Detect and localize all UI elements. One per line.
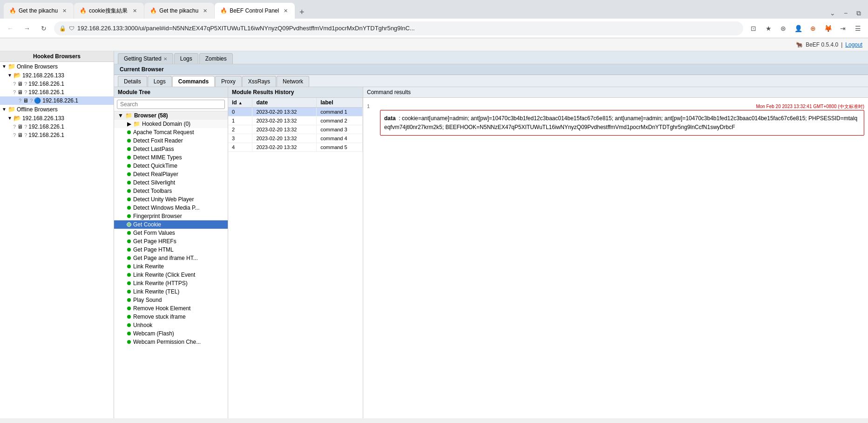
result-row-1: 1 Mon Feb 20 2023 13:32:41 GMT+0800 (中文标… [367, 102, 864, 137]
online-browser-2[interactable]: ? 🖥 ? 192.168.226.1 [0, 88, 114, 96]
star-button[interactable]: ★ [762, 22, 775, 35]
bookmark-this-button[interactable]: ⊡ [747, 22, 760, 35]
sub-tab-logs[interactable]: Logs [148, 76, 172, 87]
result-row-2[interactable]: 22023-02-20 13:32command 3 [228, 125, 363, 134]
result-row-0[interactable]: 02023-02-20 13:32command 1 [228, 108, 363, 116]
tab-4[interactable]: 🔥 BeEF Control Panel ✕ [215, 3, 295, 19]
new-tab-button[interactable]: + [295, 6, 308, 19]
module-label-getcookie: Get Cookie [133, 221, 161, 228]
result-row-1[interactable]: 12023-02-20 13:32command 2 [228, 116, 363, 125]
browser-folder-label: Browser (58) [134, 112, 168, 119]
url-bar[interactable] [77, 25, 738, 32]
tab-zombies[interactable]: Zombies [199, 53, 233, 64]
module-link-rewrite-tel[interactable]: Link Rewrite (TEL) [114, 287, 228, 296]
module-webcam-flash[interactable]: Webcam (Flash) [114, 329, 228, 338]
current-browser-label: Current Browser [120, 66, 164, 73]
offline-browser-2[interactable]: ? 🖥 ? 192.168.226.1 [0, 131, 114, 139]
module-detect-unity[interactable]: Detect Unity Web Player [114, 195, 228, 204]
tab-getting-started[interactable]: Getting Started ✕ [118, 53, 173, 64]
tab-4-close[interactable]: ✕ [282, 7, 289, 14]
logout-link[interactable]: Logout [845, 41, 862, 48]
online-browser-1[interactable]: ? 🖥 ? 192.168.226.1 [0, 80, 114, 88]
module-get-page-hrefs[interactable]: Get Page HREFs [114, 237, 228, 246]
offline-browsers-group[interactable]: ▼ 📁 Offline Browsers [0, 105, 114, 114]
tab-2[interactable]: 🔥 cookie搜集結果 ✕ [74, 3, 144, 19]
module-get-page-html[interactable]: Get Page HTML [114, 246, 228, 254]
cell-label-1: command 2 [317, 116, 363, 125]
module-link-rewrite-https[interactable]: Link Rewrite (HTTPS) [114, 279, 228, 287]
extension-2-icon[interactable]: 🦊 [821, 22, 834, 35]
module-apache-tomcat[interactable]: Apache Tomcat Request [114, 128, 228, 136]
module-label-linkrewrite: Link Rewrite [133, 263, 164, 270]
profile-button[interactable]: 👤 [792, 22, 805, 35]
status-dot-pagehrefs [127, 239, 131, 243]
status-dot-pageiframe [127, 256, 131, 260]
module-remove-hook[interactable]: Remove Hook Element [114, 304, 228, 313]
module-get-form-values[interactable]: Get Form Values [114, 229, 228, 237]
restore-button[interactable]: ⧉ [853, 7, 864, 19]
result-data-value-1: : cookie=ant[uname]=admin; ant[pw]=10470… [384, 115, 857, 130]
url-bar-container[interactable]: 🔒 🛡 [54, 21, 743, 35]
module-fingerprint-browser[interactable]: Fingerprint Browser [114, 212, 228, 220]
module-label-linkrewritetel: Link Rewrite (TEL) [133, 288, 179, 295]
minimize-button[interactable]: − [840, 7, 851, 19]
module-detect-toolbars[interactable]: Detect Toolbars [114, 187, 228, 195]
sub-tab-xssrays[interactable]: XssRays [242, 76, 276, 87]
tab-1-close[interactable]: ✕ [61, 7, 68, 14]
hooked-domain-folder[interactable]: ▶ 📁 Hooked Domain (0) [114, 120, 228, 128]
module-get-page-iframe[interactable]: Get Page and iframe HT... [114, 254, 228, 262]
sub-tab-commands[interactable]: Commands [172, 76, 215, 87]
offline-ip-group[interactable]: ▼ 📂 192.168.226.133 [0, 114, 114, 123]
module-remove-iframe[interactable]: Remove stuck iframe [114, 313, 228, 321]
status-dot-unity [127, 198, 131, 201]
col-id[interactable]: id ▲ [228, 98, 252, 108]
module-detect-lastpass[interactable]: Detect LastPass [114, 145, 228, 153]
sub-tab-proxy[interactable]: Proxy [215, 76, 242, 87]
module-link-rewrite[interactable]: Link Rewrite [114, 262, 228, 271]
online-browsers-group[interactable]: ▼ 📁 Online Browsers [0, 62, 114, 71]
back-button[interactable]: ← [4, 22, 17, 35]
tab-3-close[interactable]: ✕ [201, 7, 209, 14]
pocket-button[interactable]: ⊛ [777, 22, 790, 35]
extension-3-icon[interactable]: ⇥ [836, 22, 849, 35]
tab-3[interactable]: 🔥 Get the pikachu ✕ [144, 3, 214, 19]
online-browser-3[interactable]: ? 🖥 ? 🔵 192.168.226.1 [0, 96, 114, 105]
module-unhook[interactable]: Unhook [114, 321, 228, 329]
forward-button[interactable]: → [20, 22, 34, 35]
result-row-4[interactable]: 42023-02-20 13:32command 5 [228, 143, 363, 152]
module-get-cookie[interactable]: Get Cookie [114, 220, 228, 229]
sub-tab-network[interactable]: Network [277, 76, 309, 87]
cell-date-2: 2023-02-20 13:32 [252, 125, 317, 134]
module-detect-realplayer[interactable]: Detect RealPlayer [114, 170, 228, 178]
online-ip-group[interactable]: ▼ 📂 192.168.226.133 [0, 71, 114, 80]
reload-button[interactable]: ↻ [37, 22, 50, 35]
tab-list-button[interactable]: ⌄ [827, 7, 838, 19]
module-detect-foxit[interactable]: Detect Foxit Reader [114, 136, 228, 145]
sub-tab-details[interactable]: Details [118, 76, 147, 87]
module-play-sound[interactable]: Play Sound [114, 296, 228, 304]
module-search-input[interactable] [117, 100, 225, 109]
cell-date-3: 2023-02-20 13:32 [252, 134, 317, 143]
q10: ? [24, 132, 27, 138]
module-detect-silverlight[interactable]: Detect Silverlight [114, 178, 228, 187]
result-row-3[interactable]: 32023-02-20 13:32command 4 [228, 134, 363, 143]
col-date[interactable]: date [252, 98, 317, 108]
extension-1-icon[interactable]: ⊕ [807, 22, 820, 35]
module-detect-quicktime[interactable]: Detect QuickTime [114, 162, 228, 170]
browser-folder[interactable]: ▼ 📁 Browser (58) [114, 111, 228, 120]
module-webcam-perm[interactable]: Webcam Permission Che... [114, 338, 228, 346]
sub-tab-logs-label: Logs [154, 78, 166, 85]
tab-2-close[interactable]: ✕ [131, 7, 138, 14]
tab-getting-started-close[interactable]: ✕ [163, 56, 167, 61]
module-detect-mime[interactable]: Detect MIME Types [114, 153, 228, 162]
col-label[interactable]: label [317, 98, 363, 108]
offline-browser-1[interactable]: ? 🖥 ? 192.168.226.1 [0, 123, 114, 131]
q9: ? [13, 132, 16, 138]
module-link-rewrite-click[interactable]: Link Rewrite (Click Event [114, 271, 228, 279]
hooked-browsers-sidebar: Hooked Browsers ▼ 📁 Online Browsers ▼ 📂 … [0, 51, 114, 418]
menu-button[interactable]: ☰ [851, 22, 864, 35]
tab-4-title: BeEF Control Panel [230, 7, 279, 14]
tab-logs[interactable]: Logs [174, 53, 198, 64]
tab-1[interactable]: 🔥 Get the pikachu ✕ [4, 3, 74, 19]
module-detect-windows-media[interactable]: Detect Windows Media P... [114, 204, 228, 212]
